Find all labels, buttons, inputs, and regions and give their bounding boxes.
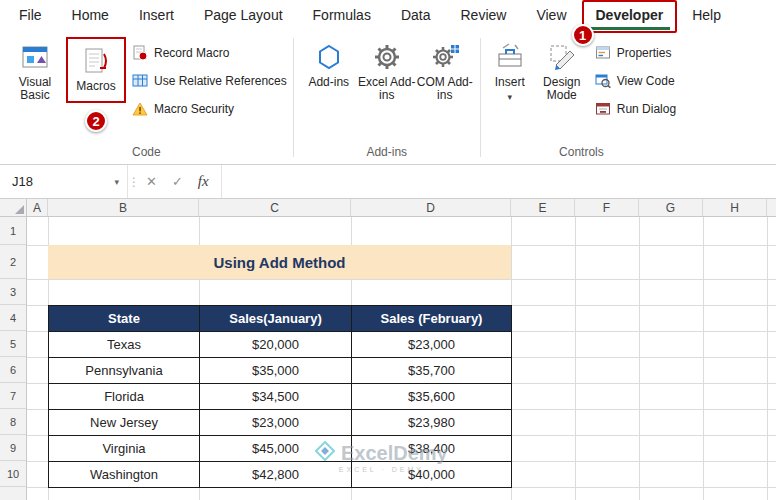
row-header-2[interactable]: 2: [0, 245, 26, 279]
table-header-cell[interactable]: Sales (February): [352, 306, 512, 332]
table-cell[interactable]: $34,500: [200, 384, 352, 410]
row-header-10[interactable]: 10: [0, 461, 26, 487]
group-label-controls: Controls: [487, 143, 676, 164]
column-header-e[interactable]: E: [511, 199, 575, 216]
tab-review[interactable]: Review: [446, 0, 522, 33]
gear-icon: [372, 42, 402, 72]
row-header-6[interactable]: 6: [0, 357, 26, 383]
relative-references-icon: [132, 73, 148, 89]
row-header-7[interactable]: 7: [0, 383, 26, 409]
column-header-c[interactable]: C: [199, 199, 351, 216]
table-cell[interactable]: Pennsylvania: [49, 358, 200, 384]
ribbon-group-controls: Insert ▾ Design Mode Properties: [481, 33, 682, 164]
gridline-v: [767, 217, 768, 500]
com-gear-icon: [430, 42, 460, 72]
tab-help[interactable]: Help: [677, 0, 736, 33]
name-box-chevron-icon[interactable]: ▾: [114, 177, 119, 187]
visual-basic-button[interactable]: Visual Basic: [6, 35, 64, 102]
group-label-code: Code: [6, 143, 287, 164]
callout-step-2: 2: [85, 110, 107, 132]
use-relative-references-button[interactable]: Use Relative References: [132, 72, 287, 90]
add-ins-button[interactable]: Add-ins: [300, 35, 358, 89]
run-dialog-button[interactable]: Run Dialog: [595, 100, 676, 118]
group-label-addins: Add-ins: [300, 143, 474, 164]
tab-formulas[interactable]: Formulas: [298, 0, 386, 33]
table-cell[interactable]: $20,000: [200, 332, 352, 358]
macros-label: Macros: [76, 80, 115, 93]
table-cell[interactable]: Texas: [49, 332, 200, 358]
macros-button[interactable]: Macros: [69, 39, 123, 93]
row-header-5[interactable]: 5: [0, 331, 26, 357]
gridline-v: [575, 217, 576, 500]
insert-control-button[interactable]: Insert ▾: [487, 35, 533, 102]
tab-developer[interactable]: Developer 1: [582, 0, 678, 33]
macro-security-label: Macro Security: [154, 102, 234, 116]
excel-add-ins-button[interactable]: Excel Add-ins: [358, 35, 416, 102]
record-macro-button[interactable]: Record Macro: [132, 44, 287, 62]
tab-home[interactable]: Home: [57, 0, 124, 33]
table-cell[interactable]: $35,000: [200, 358, 352, 384]
column-header-f[interactable]: F: [575, 199, 639, 216]
run-dialog-icon: [595, 101, 611, 117]
view-code-button[interactable]: View Code: [595, 72, 676, 90]
warning-icon: [132, 101, 148, 117]
select-all-button[interactable]: [0, 199, 27, 217]
formula-input[interactable]: [222, 165, 776, 198]
formula-bar: J18 ▾ ⋮ ✕ ✓ fx: [0, 165, 776, 199]
row-header-9[interactable]: 9: [0, 435, 26, 461]
record-macro-icon: [132, 45, 148, 61]
tab-file[interactable]: File: [4, 0, 57, 33]
macro-security-button[interactable]: Macro Security: [132, 100, 287, 118]
insert-control-label: Insert: [495, 76, 525, 89]
table-header-row: State Sales(January) Sales (February): [49, 306, 512, 332]
table-cell[interactable]: $35,700: [352, 358, 512, 384]
excel-window: File Home Insert Page Layout Formulas Da…: [0, 0, 776, 500]
properties-icon: [595, 45, 611, 61]
cancel-button[interactable]: ✕: [146, 174, 157, 189]
name-box[interactable]: J18 ▾: [0, 165, 128, 198]
row-header-8[interactable]: 8: [0, 409, 26, 435]
run-dialog-label: Run Dialog: [617, 102, 676, 116]
row-header-4[interactable]: 4: [0, 305, 26, 331]
row-header-3[interactable]: 3: [0, 279, 26, 305]
table-cell[interactable]: $23,000: [352, 332, 512, 358]
table-cell[interactable]: Florida: [49, 384, 200, 410]
column-header-b[interactable]: B: [48, 199, 199, 216]
view-code-label: View Code: [617, 74, 675, 88]
table-cell[interactable]: $23,000: [200, 410, 352, 436]
ribbon-tab-bar: File Home Insert Page Layout Formulas Da…: [0, 0, 776, 33]
enter-button[interactable]: ✓: [172, 174, 183, 189]
code-small-buttons: Record Macro Use Relative References Mac…: [132, 35, 287, 118]
table-cell[interactable]: Washington: [49, 462, 200, 488]
com-add-ins-label: COM Add-ins: [416, 76, 474, 102]
table-header-cell[interactable]: Sales(January): [200, 306, 352, 332]
properties-button[interactable]: Properties: [595, 44, 676, 62]
sheet-grid[interactable]: Using Add Method State Sales(January) Sa…: [27, 217, 776, 500]
table-cell[interactable]: Virginia: [49, 436, 200, 462]
table-cell[interactable]: $23,980: [352, 410, 512, 436]
design-mode-icon: [547, 42, 577, 72]
gridline-v: [703, 217, 704, 500]
formula-bar-buttons: ✕ ✓ fx: [140, 165, 222, 198]
visual-basic-label: Visual Basic: [6, 76, 64, 102]
tab-view[interactable]: View: [521, 0, 581, 33]
column-header-h[interactable]: H: [703, 199, 767, 216]
insert-function-button[interactable]: fx: [198, 173, 209, 190]
com-add-ins-button[interactable]: COM Add-ins: [416, 35, 474, 102]
ribbon-group-addins: Add-ins Excel Add-ins COM Add-ins Add-in…: [294, 33, 480, 164]
column-header-g[interactable]: G: [639, 199, 703, 216]
table-cell[interactable]: New Jersey: [49, 410, 200, 436]
column-header-d[interactable]: D: [351, 199, 511, 216]
column-header-a[interactable]: A: [27, 199, 48, 216]
tab-data[interactable]: Data: [386, 0, 446, 33]
table-header-cell[interactable]: State: [49, 306, 200, 332]
title-banner-cell[interactable]: Using Add Method: [48, 245, 511, 279]
hexagon-addin-icon: [314, 42, 344, 72]
ribbon-developer: Visual Basic Macros 2: [0, 33, 776, 165]
row-headers: 1 2 3 4 5 6 7 8 9 10: [0, 217, 27, 500]
worksheet-area: A B C D E F G H 1 2 3 4 5 6 7 8 9 10: [0, 199, 776, 500]
row-header-1[interactable]: 1: [0, 217, 26, 245]
tab-insert[interactable]: Insert: [124, 0, 189, 33]
tab-page-layout[interactable]: Page Layout: [189, 0, 298, 33]
table-cell[interactable]: $35,600: [352, 384, 512, 410]
